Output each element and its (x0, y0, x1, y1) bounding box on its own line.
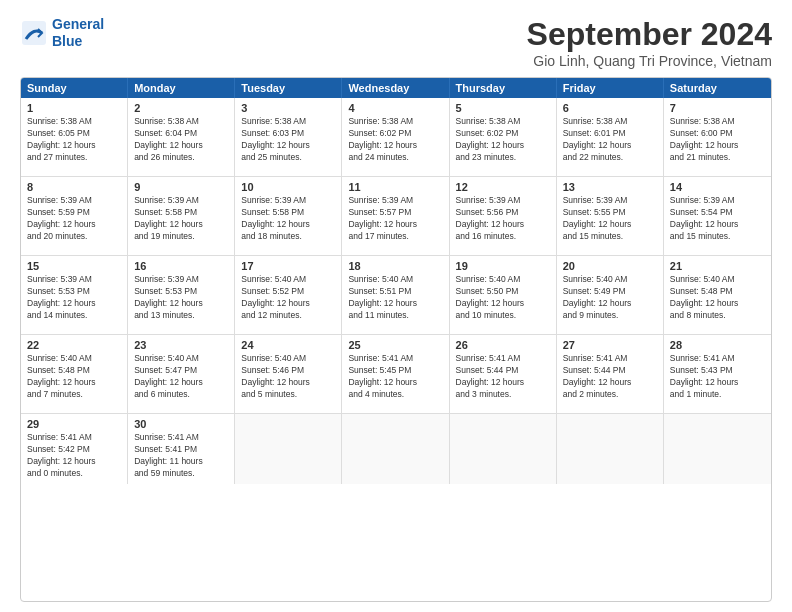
header-thursday: Thursday (450, 78, 557, 98)
day-24: 24 Sunrise: 5:40 AMSunset: 5:46 PMDaylig… (235, 335, 342, 413)
day-10: 10 Sunrise: 5:39 AMSunset: 5:58 PMDaylig… (235, 177, 342, 255)
day-5: 5 Sunrise: 5:38 AMSunset: 6:02 PMDayligh… (450, 98, 557, 176)
day-3: 3 Sunrise: 5:38 AMSunset: 6:03 PMDayligh… (235, 98, 342, 176)
day-12: 12 Sunrise: 5:39 AMSunset: 5:56 PMDaylig… (450, 177, 557, 255)
day-18: 18 Sunrise: 5:40 AMSunset: 5:51 PMDaylig… (342, 256, 449, 334)
day-22: 22 Sunrise: 5:40 AMSunset: 5:48 PMDaylig… (21, 335, 128, 413)
day-20: 20 Sunrise: 5:40 AMSunset: 5:49 PMDaylig… (557, 256, 664, 334)
day-7: 7 Sunrise: 5:38 AMSunset: 6:00 PMDayligh… (664, 98, 771, 176)
day-6: 6 Sunrise: 5:38 AMSunset: 6:01 PMDayligh… (557, 98, 664, 176)
logo-icon (20, 19, 48, 47)
week-row-1: 1 Sunrise: 5:38 AMSunset: 6:05 PMDayligh… (21, 98, 771, 176)
day-21: 21 Sunrise: 5:40 AMSunset: 5:48 PMDaylig… (664, 256, 771, 334)
header-wednesday: Wednesday (342, 78, 449, 98)
day-29: 29 Sunrise: 5:41 AMSunset: 5:42 PMDaylig… (21, 414, 128, 484)
day-9: 9 Sunrise: 5:39 AMSunset: 5:58 PMDayligh… (128, 177, 235, 255)
logo-text: General Blue (52, 16, 104, 50)
day-8: 8 Sunrise: 5:39 AMSunset: 5:59 PMDayligh… (21, 177, 128, 255)
day-30: 30 Sunrise: 5:41 AMSunset: 5:41 PMDaylig… (128, 414, 235, 484)
calendar-header: Sunday Monday Tuesday Wednesday Thursday… (21, 78, 771, 98)
empty-cell-5 (664, 414, 771, 484)
day-17: 17 Sunrise: 5:40 AMSunset: 5:52 PMDaylig… (235, 256, 342, 334)
header-tuesday: Tuesday (235, 78, 342, 98)
week-row-4: 22 Sunrise: 5:40 AMSunset: 5:48 PMDaylig… (21, 334, 771, 413)
day-2: 2 Sunrise: 5:38 AMSunset: 6:04 PMDayligh… (128, 98, 235, 176)
main-title: September 2024 (527, 16, 772, 53)
empty-cell-3 (450, 414, 557, 484)
calendar-body: 1 Sunrise: 5:38 AMSunset: 6:05 PMDayligh… (21, 98, 771, 484)
header-friday: Friday (557, 78, 664, 98)
page: General Blue September 2024 Gio Linh, Qu… (0, 0, 792, 612)
subtitle: Gio Linh, Quang Tri Province, Vietnam (527, 53, 772, 69)
header-sunday: Sunday (21, 78, 128, 98)
day-19: 19 Sunrise: 5:40 AMSunset: 5:50 PMDaylig… (450, 256, 557, 334)
day-16: 16 Sunrise: 5:39 AMSunset: 5:53 PMDaylig… (128, 256, 235, 334)
header: General Blue September 2024 Gio Linh, Qu… (20, 16, 772, 69)
day-25: 25 Sunrise: 5:41 AMSunset: 5:45 PMDaylig… (342, 335, 449, 413)
day-26: 26 Sunrise: 5:41 AMSunset: 5:44 PMDaylig… (450, 335, 557, 413)
logo: General Blue (20, 16, 104, 50)
week-row-2: 8 Sunrise: 5:39 AMSunset: 5:59 PMDayligh… (21, 176, 771, 255)
day-15: 15 Sunrise: 5:39 AMSunset: 5:53 PMDaylig… (21, 256, 128, 334)
header-saturday: Saturday (664, 78, 771, 98)
day-11: 11 Sunrise: 5:39 AMSunset: 5:57 PMDaylig… (342, 177, 449, 255)
week-row-5: 29 Sunrise: 5:41 AMSunset: 5:42 PMDaylig… (21, 413, 771, 484)
empty-cell-1 (235, 414, 342, 484)
week-row-3: 15 Sunrise: 5:39 AMSunset: 5:53 PMDaylig… (21, 255, 771, 334)
day-28: 28 Sunrise: 5:41 AMSunset: 5:43 PMDaylig… (664, 335, 771, 413)
empty-cell-4 (557, 414, 664, 484)
calendar: Sunday Monday Tuesday Wednesday Thursday… (20, 77, 772, 602)
empty-cell-2 (342, 414, 449, 484)
day-14: 14 Sunrise: 5:39 AMSunset: 5:54 PMDaylig… (664, 177, 771, 255)
day-1: 1 Sunrise: 5:38 AMSunset: 6:05 PMDayligh… (21, 98, 128, 176)
header-monday: Monday (128, 78, 235, 98)
day-23: 23 Sunrise: 5:40 AMSunset: 5:47 PMDaylig… (128, 335, 235, 413)
day-13: 13 Sunrise: 5:39 AMSunset: 5:55 PMDaylig… (557, 177, 664, 255)
day-27: 27 Sunrise: 5:41 AMSunset: 5:44 PMDaylig… (557, 335, 664, 413)
title-block: September 2024 Gio Linh, Quang Tri Provi… (527, 16, 772, 69)
day-4: 4 Sunrise: 5:38 AMSunset: 6:02 PMDayligh… (342, 98, 449, 176)
